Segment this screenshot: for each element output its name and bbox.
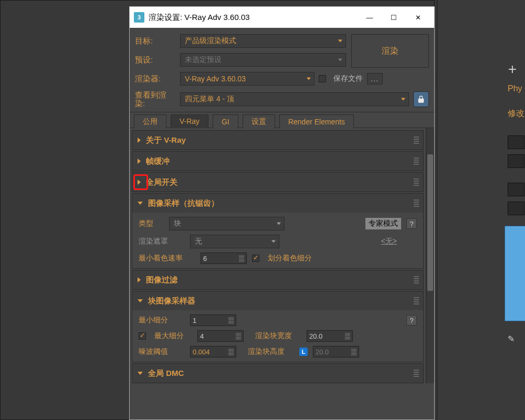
sampler-type-value: 块 [174, 219, 181, 228]
caret-down-icon [277, 223, 281, 225]
mask-none-link[interactable]: <无> [381, 237, 397, 246]
tab-strip: 公用 V-Ray GI 设置 Render Elements [130, 112, 434, 128]
rollout-image-filter[interactable]: 图像过滤 [132, 270, 423, 289]
app-background: 上 北 东 南 + Phy 修改 ✎ 3 渲染设置: V-Ray Adv 3.6… [0, 0, 525, 420]
bucket-sampler-body: 最小细分 1 ? 最大细分 [132, 310, 423, 362]
caret-down-icon [338, 40, 342, 43]
rollout-bucket-sampler[interactable]: 块图像采样器 [132, 291, 423, 310]
vertical-scrollbar[interactable] [426, 128, 434, 383]
rollout-about-vray[interactable]: 关于 V-Ray [132, 131, 423, 150]
dialog-body: 目标: 产品级渲染模式 预设: 未选定预设 [130, 28, 434, 419]
bucket-height-value: 20.0 [316, 348, 329, 356]
lock-l-badge[interactable]: L [299, 348, 308, 356]
eyedropper-icon[interactable]: ✎ [508, 334, 514, 344]
bucket-height-spinner[interactable]: 20.0 [313, 346, 359, 358]
renderer-dropdown[interactable]: V-Ray Adv 3.60.03 [180, 72, 314, 86]
triangle-right-icon [138, 159, 141, 164]
preset-dropdown[interactable]: 未选定预设 [180, 53, 346, 67]
bucket-width-spinner[interactable]: 20.0 [307, 330, 353, 342]
tab-settings[interactable]: 设置 [243, 114, 275, 128]
expert-mode-button[interactable]: 专家模式 [365, 218, 401, 229]
drag-handle-icon[interactable] [414, 136, 419, 144]
create-plus-icon[interactable]: + [508, 61, 517, 78]
sampler-type-dropdown[interactable]: 块 [169, 217, 285, 230]
rollout-global-dmc-title: 全局 DMC [148, 369, 184, 379]
tab-render-elements[interactable]: Render Elements [279, 114, 354, 128]
render-button[interactable]: 渲染 [351, 34, 429, 68]
max-sub-spinner[interactable]: 4 [197, 330, 244, 342]
close-button[interactable]: ✕ [406, 7, 430, 28]
max-sub-checkbox[interactable] [139, 332, 146, 340]
min-sub-spinner[interactable]: 1 [190, 314, 236, 326]
noise-threshold-value: 0.004 [193, 348, 210, 356]
target-value: 产品级渲染模式 [185, 36, 236, 46]
rollout-global-switches-title: 全局开关 [146, 177, 177, 187]
triangle-down-icon [138, 299, 143, 302]
target-dropdown[interactable]: 产品级渲染模式 [180, 34, 346, 48]
save-file-checkbox[interactable] [319, 75, 326, 82]
drag-handle-icon[interactable] [414, 276, 419, 284]
min-sub-value: 1 [193, 317, 196, 324]
render-mask-dropdown[interactable]: 无 [190, 235, 279, 248]
tab-common[interactable]: 公用 [134, 114, 166, 128]
maximize-button[interactable]: ☐ [382, 7, 406, 28]
save-file-label: 保存文件 [333, 74, 363, 83]
rollout-image-filter-title: 图像过滤 [146, 275, 177, 285]
noise-threshold-label: 噪波阈值 [139, 347, 185, 356]
view-value: 四元菜单 4 - 顶 [185, 94, 234, 104]
type-label: 类型 [139, 219, 164, 228]
drag-handle-icon[interactable] [414, 370, 419, 377]
help-button[interactable]: ? [406, 218, 417, 229]
rollout-frame-buffer-title: 帧缓冲 [146, 156, 170, 166]
lock-view-button[interactable] [413, 91, 429, 107]
drag-handle-icon[interactable] [414, 297, 419, 304]
min-shading-value: 6 [203, 255, 207, 262]
drag-handle-icon[interactable] [414, 158, 419, 165]
panel-slot-3[interactable] [508, 183, 524, 196]
minimize-button[interactable]: — [358, 7, 382, 28]
render-mask-value: 无 [195, 237, 202, 246]
top-settings-panel: 目标: 产品级渲染模式 预设: 未选定预设 [130, 28, 434, 112]
preset-label: 预设: [135, 55, 176, 65]
window-title: 渲染设置: V-Ray Adv 3.60.03 [149, 13, 358, 23]
rollout-about-title: 关于 V-Ray [146, 135, 186, 145]
divide-shading-checkbox[interactable] [252, 255, 259, 262]
save-path-button[interactable]: … [367, 73, 383, 85]
panel-slot-4[interactable] [508, 202, 524, 215]
drag-handle-icon[interactable] [414, 178, 419, 186]
bucket-width-value: 20.0 [309, 332, 322, 340]
tab-gi[interactable]: GI [213, 114, 238, 128]
rollout-image-sampler-title: 图像采样（抗锯齿） [148, 198, 219, 208]
selection-panel[interactable] [505, 226, 525, 321]
view-dropdown[interactable]: 四元菜单 4 - 顶 [180, 92, 409, 106]
panel-slot-2[interactable] [508, 154, 524, 168]
render-mask-label: 渲染遮罩 [139, 237, 185, 246]
drag-handle-icon[interactable] [414, 200, 419, 207]
preset-value: 未选定预设 [185, 55, 222, 65]
panel-slot-1[interactable] [508, 135, 524, 149]
triangle-down-icon [138, 202, 143, 205]
scrollbar-thumb[interactable] [427, 154, 433, 291]
triangle-down-icon [138, 372, 143, 375]
rollout-global-dmc[interactable]: 全局 DMC [132, 364, 423, 383]
min-shading-spinner[interactable]: 6 [201, 253, 247, 264]
min-shading-label: 最小着色速率 [139, 254, 195, 263]
modify-label[interactable]: 修改 [508, 108, 524, 119]
rollout-image-sampler[interactable]: 图像采样（抗锯齿） [132, 194, 423, 213]
renderer-value: V-Ray Adv 3.60.03 [185, 75, 246, 83]
caret-down-icon [271, 240, 276, 243]
max-sub-label: 最大细分 [154, 331, 192, 341]
triangle-right-icon [138, 180, 141, 185]
lock-icon [417, 95, 425, 103]
noise-threshold-spinner[interactable]: 0.004 [190, 346, 236, 358]
tab-vray[interactable]: V-Ray [171, 114, 208, 128]
titlebar[interactable]: 3 渲染设置: V-Ray Adv 3.60.03 — ☐ ✕ [130, 7, 434, 28]
rollout-frame-buffer[interactable]: 帧缓冲 [132, 152, 423, 171]
help-button[interactable]: ? [406, 315, 417, 326]
target-label: 目标: [135, 36, 176, 46]
rollout-bucket-sampler-title: 块图像采样器 [148, 296, 195, 306]
physics-label[interactable]: Phy [508, 84, 522, 93]
caret-down-icon [307, 78, 311, 80]
caret-down-icon [401, 98, 405, 101]
rollout-global-switches[interactable]: 全局开关 [132, 173, 423, 192]
